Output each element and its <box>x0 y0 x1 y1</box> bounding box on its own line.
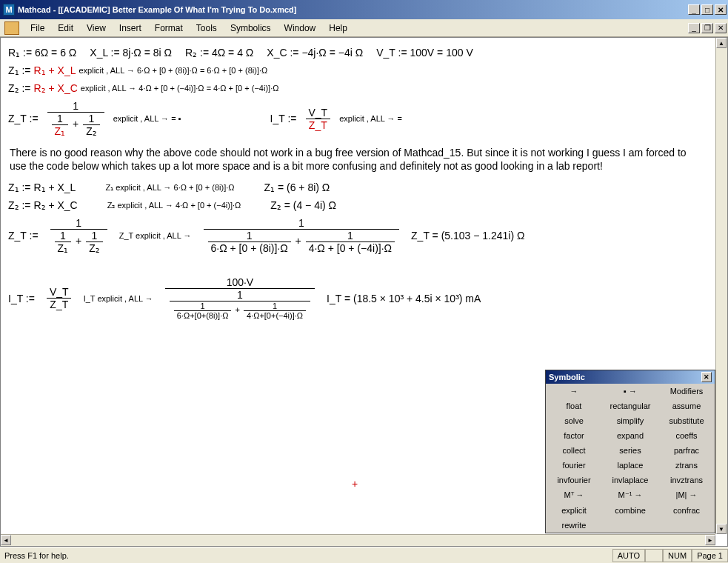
symbolic-toolbar[interactable]: Symbolic ✕ → ▪ → Modifiers float rectang… <box>545 370 715 533</box>
eq-z1[interactable]: Z₁ := R₁ + X_L explicit , ALL → 6·Ω + [0… <box>8 64 709 76</box>
eq-z2[interactable]: Z₂ := R₂ + X_C explicit , ALL → 4·Ω + [0… <box>8 82 709 94</box>
eq-z2b[interactable]: Z₂ := R₂ + X_C Z₂ explicit , ALL → 4·Ω +… <box>8 199 709 211</box>
itb-big-d1b: 6·Ω+[0+(8i)]·Ω <box>174 310 232 320</box>
zt-frac: 1 1Z₁ + 1Z₂ <box>47 100 104 137</box>
itb-big-d2t: 1 <box>270 302 280 310</box>
sym-float[interactable]: float <box>546 399 602 413</box>
eq-z1b[interactable]: Z₁ := R₁ + X_L Z₁ explicit , ALL → 6·Ω +… <box>8 181 709 193</box>
sym-rectangular[interactable]: rectangular <box>602 399 658 413</box>
sym-mtranspose[interactable]: Mᵀ → <box>546 487 602 503</box>
doc-restore-button[interactable]: ❐ <box>701 23 713 33</box>
ztb-d1t: 1 <box>57 230 69 241</box>
scroll-left-button[interactable]: ◄ <box>1 535 11 545</box>
sym-arrow[interactable]: → <box>546 384 602 399</box>
ztb-frac: 1 1Z₁ + 1Z₂ <box>50 217 107 254</box>
z2-rhs: explicit , ALL → 4·Ω + [0 + (−4i)]·Ω = 4… <box>81 84 279 93</box>
zt-lhs: Z_T := <box>8 113 39 124</box>
z2-lhs: Z₂ := <box>8 82 31 94</box>
itb-big-bot-top: 1 <box>234 289 246 301</box>
z1-rhs: explicit , ALL → 6·Ω + [0 + (8i)]·Ω = 6·… <box>79 66 268 75</box>
z1b-a: Z₁ := R₁ + X_L <box>8 181 76 193</box>
ztb-top: 1 <box>73 217 84 229</box>
menu-format[interactable]: Format <box>148 20 190 36</box>
sym-laplace[interactable]: laplace <box>602 458 658 473</box>
zt-d1t: 1 <box>54 113 66 124</box>
it-bot: Z_T <box>306 119 330 131</box>
scroll-down-button[interactable]: ▼ <box>716 524 727 534</box>
menu-window[interactable]: Window <box>278 20 323 36</box>
ztb-bot: 1Z₁ + 1Z₂ <box>50 229 107 254</box>
ztb-d2t: 1 <box>89 230 101 241</box>
ztb-big-d1t: 1 <box>244 230 256 241</box>
sym-expand[interactable]: expand <box>602 428 658 443</box>
eq-xl[interactable]: X_L := 8j·Ω = 8i Ω <box>90 47 172 59</box>
menu-symbolics[interactable]: Symbolics <box>224 20 278 36</box>
cursor-crosshair: + <box>352 478 358 490</box>
menu-help[interactable]: Help <box>322 20 354 36</box>
menu-file[interactable]: File <box>24 20 51 36</box>
sym-invlaplace[interactable]: invlaplace <box>602 473 658 487</box>
sym-invfourier[interactable]: invfourier <box>546 473 602 487</box>
eq-r1[interactable]: R₁ := 6Ω = 6 Ω <box>8 47 76 59</box>
itb-frac: V_T Z_T <box>47 286 72 310</box>
eq-itb[interactable]: I_T := V_T Z_T I_T explicit , ALL → 100·… <box>8 276 709 320</box>
sym-assume[interactable]: assume <box>658 399 715 413</box>
menu-insert[interactable]: Insert <box>113 20 148 36</box>
eq-xc[interactable]: X_C := −4j·Ω = −4i Ω <box>267 47 363 59</box>
sym-rewrite[interactable]: rewrite <box>546 518 602 533</box>
text-note[interactable]: There is no good reason why the above co… <box>10 146 691 173</box>
ztb-d1b: Z₁ <box>55 241 72 254</box>
eq-r2[interactable]: R₂ := 4Ω = 4 Ω <box>185 47 253 59</box>
minimize-button[interactable]: _ <box>688 4 700 15</box>
doc-minimize-button[interactable]: _ <box>688 23 700 33</box>
scroll-up-button[interactable]: ▲ <box>716 38 727 48</box>
menu-edit[interactable]: Edit <box>51 20 80 36</box>
sym-simplify[interactable]: simplify <box>602 413 658 428</box>
eq-line1[interactable]: R₁ := 6Ω = 6 Ω X_L := 8j·Ω = 8i Ω R₂ := … <box>8 47 709 59</box>
doc-close-button[interactable]: ✕ <box>715 23 727 33</box>
vertical-scrollbar[interactable]: ▲ ▼ <box>715 38 727 534</box>
status-blank <box>645 549 663 562</box>
eq-vt[interactable]: V_T := 100V = 100 V <box>376 47 473 59</box>
sym-factor[interactable]: factor <box>546 428 602 443</box>
symbolic-title[interactable]: Symbolic ✕ <box>546 370 715 384</box>
horizontal-scrollbar[interactable]: ◄ ► <box>1 534 715 546</box>
z1b-b: Z₁ explicit , ALL → 6·Ω + [0 + (8i)]·Ω <box>105 183 234 193</box>
sym-coeffs[interactable]: coeffs <box>658 428 715 443</box>
sym-parfrac[interactable]: parfrac <box>658 443 715 458</box>
sym-confrac[interactable]: confrac <box>658 503 715 518</box>
sym-series[interactable]: series <box>602 443 658 458</box>
sym-block-arrow[interactable]: ▪ → <box>602 384 658 399</box>
sym-substitute[interactable]: substitute <box>658 413 715 428</box>
zt-d2b: Z₂ <box>83 124 100 137</box>
ztb-mid: Z_T explicit , ALL → <box>119 231 192 240</box>
itb-big-d2b: 4·Ω+[0+(−4i)]·Ω <box>244 310 306 320</box>
worksheet[interactable]: R₁ := 6Ω = 6 Ω X_L := 8j·Ω = 8i Ω R₂ := … <box>0 37 728 547</box>
sym-explicit[interactable]: explicit <box>546 503 602 518</box>
eq-zt[interactable]: Z_T := 1 1Z₁ + 1Z₂ explicit , ALL → = ▪ … <box>8 100 709 137</box>
sym-solve[interactable]: solve <box>546 413 602 428</box>
sym-combine[interactable]: combine <box>602 503 658 518</box>
sym-fourier[interactable]: fourier <box>546 458 602 473</box>
close-button[interactable]: ✕ <box>715 4 727 15</box>
sym-ztrans[interactable]: ztrans <box>658 458 715 473</box>
sym-invztrans[interactable]: invztrans <box>658 473 715 487</box>
menu-view[interactable]: View <box>80 20 113 36</box>
sym-mdet[interactable]: |M| → <box>658 487 715 503</box>
itb-lhs: I_T := <box>8 293 35 304</box>
ztb-d2b: Z₂ <box>86 241 103 254</box>
sym-minverse[interactable]: M⁻¹ → <box>602 487 658 503</box>
menu-tools[interactable]: Tools <box>190 20 224 36</box>
symbolic-close-button[interactable]: ✕ <box>701 372 712 382</box>
sym-modifiers[interactable]: Modifiers <box>658 384 715 399</box>
zt-d2t: 1 <box>86 113 98 124</box>
itb-big-bot-bot: 16·Ω+[0+(8i)]·Ω + 14·Ω+[0+(−4i)]·Ω <box>170 301 310 320</box>
ztb-result: Z_T = (5.103 − 1.241i) Ω <box>411 230 524 241</box>
menubar: File Edit View Insert Format Tools Symbo… <box>0 19 728 37</box>
maximize-button[interactable]: □ <box>701 4 713 15</box>
window-title: Mathcad - [[ACADEMIC] Better Example Of … <box>18 5 296 14</box>
eq-ztb[interactable]: Z_T := 1 1Z₁ + 1Z₂ Z_T explicit , ALL → … <box>8 217 709 254</box>
document-icon <box>4 21 19 35</box>
sym-collect[interactable]: collect <box>546 443 602 458</box>
scroll-right-button[interactable]: ► <box>705 535 715 545</box>
